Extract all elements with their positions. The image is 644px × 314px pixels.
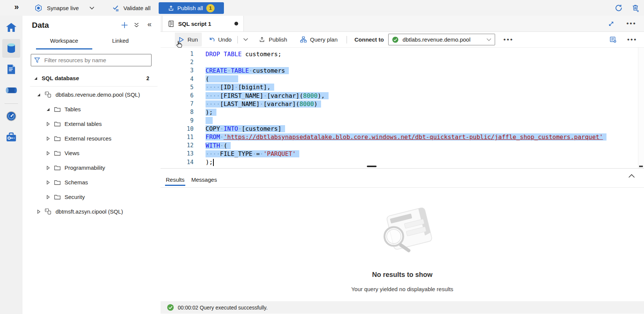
publish-button[interactable]: Publish xyxy=(255,33,291,46)
tree-item-external-resources[interactable]: External resources xyxy=(23,131,161,146)
run-button[interactable]: Run xyxy=(175,33,202,46)
refresh-icon[interactable] xyxy=(615,4,623,12)
develop-icon xyxy=(6,64,17,75)
synapse-studio-window: » Synapse live Validate all Publish all xyxy=(0,0,644,314)
publish-all-label: Publish all xyxy=(177,5,203,11)
connect-to-pool-dropdown[interactable]: dbtlabs.revenue.demo.pool xyxy=(388,34,495,45)
tab-messages[interactable]: Messages xyxy=(191,176,218,187)
validate-all-button[interactable]: Validate all xyxy=(113,0,150,16)
toolbar-overflow-icon[interactable]: ••• xyxy=(501,38,516,42)
code-editor[interactable]: 1DROP TABLE customers;23CREATE·TABLE·cus… xyxy=(161,48,644,168)
tab-results[interactable]: Results xyxy=(165,176,185,187)
sql-pool-icon xyxy=(45,208,52,215)
undo-button[interactable]: Undo xyxy=(205,33,236,46)
line-number: 6 xyxy=(161,92,194,99)
expand-arrow-icon[interactable] xyxy=(36,209,41,214)
undo-label: Undo xyxy=(218,36,232,43)
expand-arrow-icon[interactable] xyxy=(33,76,38,81)
connect-to-label: Connect to xyxy=(354,36,384,43)
tree-item-sql-database[interactable]: SQL database 2 xyxy=(23,71,161,85)
expand-arrow-icon[interactable] xyxy=(45,121,51,127)
publish-all-button[interactable]: Publish all 1 xyxy=(159,2,224,14)
sql-script-icon xyxy=(168,20,174,27)
tree-item-tables[interactable]: Tables xyxy=(23,102,161,117)
tab-linked[interactable]: Linked xyxy=(92,34,149,49)
rail-item-integrate[interactable] xyxy=(2,81,20,100)
folder-icon xyxy=(54,179,61,185)
line-number: 11 xyxy=(161,134,194,141)
resource-tree: SQL database 2 dbtlabs.revenue.demo.pool… xyxy=(23,71,161,219)
publish-count-badge: 1 xyxy=(206,4,215,12)
tree-item-programmability[interactable]: Programmability xyxy=(23,160,161,175)
tree-root-count: 2 xyxy=(146,75,149,81)
synapse-live-dropdown[interactable]: Synapse live xyxy=(35,0,95,16)
line-number: 4 xyxy=(161,76,194,82)
rail-item-manage[interactable] xyxy=(2,128,20,147)
divider xyxy=(5,103,18,104)
folder-icon xyxy=(54,194,61,200)
discard-all-icon[interactable] xyxy=(632,4,639,12)
line-number: 8 xyxy=(161,109,194,115)
rail-item-data[interactable] xyxy=(2,39,20,58)
sql-pool-icon xyxy=(45,91,52,98)
expand-arrow-icon[interactable] xyxy=(36,92,41,97)
code-line-9: 9 xyxy=(161,117,644,125)
folder-icon xyxy=(54,136,61,142)
line-number: 3 xyxy=(161,67,194,74)
toolbar-more-icon[interactable]: ••• xyxy=(625,38,639,42)
tab-sql-script-1[interactable]: SQL script 1 xyxy=(162,16,244,31)
home-icon xyxy=(6,22,17,33)
rail-item-develop[interactable] xyxy=(2,60,20,79)
divider xyxy=(30,86,158,87)
expand-editor-icon[interactable] xyxy=(608,21,614,27)
connected-check-icon xyxy=(392,36,399,43)
expand-top-nav-icon[interactable]: » xyxy=(14,2,19,12)
line-number: 2 xyxy=(161,59,194,66)
code-line-4: 4( xyxy=(161,75,644,83)
rail-item-monitor[interactable] xyxy=(2,107,20,126)
expand-arrow-icon[interactable] xyxy=(45,180,51,185)
code-line-8: 8); xyxy=(161,108,644,116)
empty-results-subtitle: Your query yielded no displayable result… xyxy=(351,286,453,292)
more-actions-icon[interactable]: ••• xyxy=(624,22,639,25)
properties-icon[interactable] xyxy=(609,36,617,43)
folder-icon xyxy=(54,165,61,171)
expand-arrow-icon[interactable] xyxy=(45,136,51,141)
expand-arrow-icon[interactable] xyxy=(45,165,51,170)
line-number: 1 xyxy=(161,51,194,57)
expand-arrow-icon[interactable] xyxy=(45,194,51,200)
run-options-chevron-icon[interactable] xyxy=(240,38,251,41)
overview-ruler[interactable] xyxy=(638,48,644,168)
line-number: 14 xyxy=(161,159,194,166)
collapse-results-chevron-icon[interactable] xyxy=(628,174,635,178)
tree-item-external-tables[interactable]: External tables xyxy=(23,117,161,131)
tree-item-dbtmsft-azsyn-cipool-sql[interactable]: dbtmsft.azsyn.cipool (SQL) xyxy=(23,204,161,219)
tree-item-security[interactable]: Security xyxy=(23,190,161,204)
tab-workspace[interactable]: Workspace xyxy=(36,34,92,49)
chevron-down-icon xyxy=(89,6,95,10)
mode-label: Synapse live xyxy=(47,5,79,11)
code-line-5: 5····[ID]·[bigint], xyxy=(161,83,644,91)
expand-arrow-icon[interactable] xyxy=(45,107,51,112)
left-hub-rail xyxy=(0,16,23,314)
document-tab-title: SQL script 1 xyxy=(178,21,211,27)
editor-area: SQL script 1 ••• Run Undo xyxy=(161,16,644,314)
line-number: 5 xyxy=(161,84,194,91)
code-line-13: 13····FILE_TYPE·=·'PARQUET' xyxy=(161,150,644,158)
expand-arrow-icon[interactable] xyxy=(45,151,51,156)
rail-item-home[interactable] xyxy=(2,18,20,37)
tree-item-views[interactable]: Views xyxy=(23,146,161,160)
code-line-3: 3CREATE·TABLE·customers xyxy=(161,66,644,75)
tree-item-dbtlabs-revenue-demo-pool-sql[interactable]: dbtlabs.revenue.demo.pool (SQL) xyxy=(23,87,161,102)
filter-funnel-icon xyxy=(34,57,40,63)
filter-resources-input[interactable] xyxy=(44,57,148,64)
query-status-bar: 00:00:02 Query executed successfully. xyxy=(161,301,644,314)
validate-label: Validate all xyxy=(123,5,150,11)
query-plan-button[interactable]: Query plan xyxy=(296,33,341,46)
tree-item-schemas[interactable]: Schemas xyxy=(23,175,161,190)
upload-icon xyxy=(168,5,174,11)
add-resource-icon[interactable] xyxy=(121,21,128,29)
collapse-all-icon[interactable] xyxy=(134,22,140,28)
collapse-panel-icon[interactable]: « xyxy=(147,20,152,28)
panel-resize-handle[interactable] xyxy=(367,166,377,167)
